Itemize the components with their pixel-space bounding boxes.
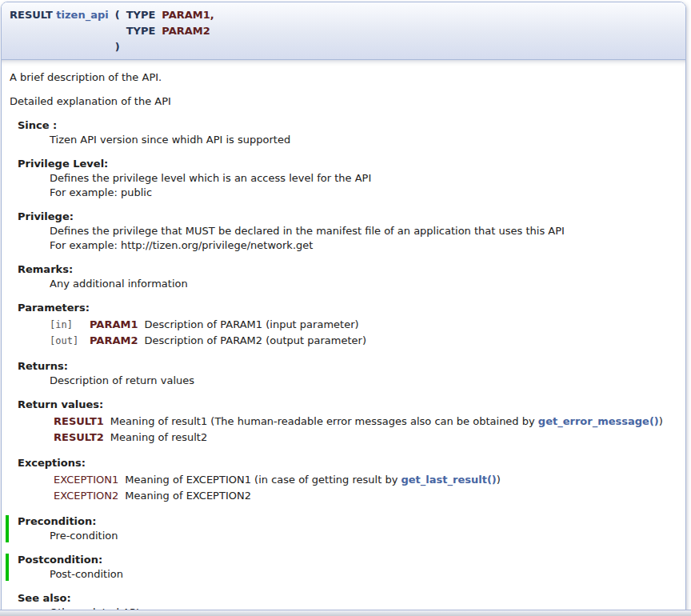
return-value-row: RESULT1 Meaning of result1 (The human-re… [54, 414, 669, 430]
section-privilege-line-2: For example: http://tizen.org/privilege/… [50, 239, 684, 252]
param-description: Description of PARAM1 (input parameter) [144, 317, 373, 333]
signature-table: RESULT tizen_api ( TYPE PARAM1, TYPE PAR… [6, 7, 218, 55]
param-name: PARAM2 [90, 333, 144, 349]
parameter-row: [in] PARAM1 Description of PARAM1 (input… [50, 317, 373, 333]
exception-name: EXCEPTION1 [54, 472, 125, 488]
parameters-table: [in] PARAM1 Description of PARAM1 (input… [50, 317, 373, 349]
return-value-name: RESULT1 [54, 414, 110, 430]
section-privilege-line-1: Defines the privilege that MUST be decla… [50, 225, 684, 238]
param-2-name: PARAM2 [158, 23, 217, 39]
section-postcondition-text: Post-condition [50, 568, 684, 581]
function-name-link[interactable]: tizen_api [56, 9, 108, 21]
exception-row: EXCEPTION1 Meaning of EXCEPTION1 (in cas… [54, 472, 507, 488]
signature-row-2: TYPE PARAM2 [6, 23, 218, 39]
param-direction: [out] [50, 333, 90, 349]
section-return-values: Return values: RESULT1 Meaning of result… [10, 398, 684, 446]
page-footer-bar [0, 610, 691, 616]
param-2-type: TYPE [123, 23, 159, 39]
section-privilege-level-title: Privilege Level: [18, 158, 684, 170]
return-value-description: Meaning of result2 [110, 430, 669, 446]
exception-name: EXCEPTION2 [54, 488, 125, 504]
exception-description: Meaning of EXCEPTION1 (in case of gettin… [125, 472, 507, 488]
section-parameters: Parameters: [in] PARAM1 Description of P… [10, 302, 684, 349]
section-returns: Returns: Description of return values [10, 360, 684, 387]
section-remarks-text: Any additional information [50, 278, 684, 290]
section-precondition: Precondition: Pre-condition [6, 515, 684, 542]
section-return-values-title: Return values: [18, 398, 684, 411]
return-type: RESULT [10, 9, 53, 21]
section-privilege-title: Privilege: [18, 210, 684, 223]
param-direction: [in] [50, 317, 90, 333]
return-value-name: RESULT2 [54, 430, 110, 446]
section-since-text: Tizen API version since whidh API is sup… [50, 134, 684, 146]
section-see-also-title: See also: [18, 592, 684, 605]
section-returns-title: Returns: [18, 360, 684, 373]
signature-row-3: ) [6, 39, 218, 55]
param-description: Description of PARAM2 (output parameter) [144, 333, 373, 349]
section-exceptions-title: Exceptions: [18, 457, 684, 470]
return-value-row: RESULT2 Meaning of result2 [54, 430, 669, 446]
function-documentation-body: A brief description of the API. Detailed… [2, 60, 685, 616]
get-last-result-link[interactable]: get_last_result() [401, 474, 496, 486]
param-1-type: TYPE [123, 7, 159, 23]
param-1-name: PARAM1, [158, 7, 217, 23]
section-since-title: Since : [18, 119, 684, 132]
signature-row-1: RESULT tizen_api ( TYPE PARAM1, [6, 7, 218, 23]
section-privilege-level-line-1: Defines the privilege level which is an … [50, 172, 684, 185]
section-postcondition-title: Postcondition: [18, 554, 684, 566]
section-privilege-level: Privilege Level: Defines the privilege l… [10, 158, 684, 199]
section-precondition-text: Pre-condition [50, 530, 684, 542]
function-signature-header: RESULT tizen_api ( TYPE PARAM1, TYPE PAR… [2, 2, 685, 60]
parameter-row: [out] PARAM2 Description of PARAM2 (outp… [50, 333, 373, 349]
open-paren: ( [112, 7, 123, 23]
exceptions-table: EXCEPTION1 Meaning of EXCEPTION1 (in cas… [54, 472, 507, 504]
detailed-description: Detailed explanation of the API [10, 95, 684, 108]
section-returns-text: Description of return values [50, 374, 684, 387]
section-since: Since : Tizen API version since whidh AP… [10, 119, 684, 146]
return-value-description: Meaning of result1 (The human-readable e… [110, 414, 669, 430]
section-privilege-level-line-2: For example: public [50, 186, 684, 199]
get-error-message-link[interactable]: get_error_message() [538, 415, 659, 427]
return-values-table: RESULT1 Meaning of result1 (The human-re… [54, 414, 669, 446]
section-exceptions: Exceptions: EXCEPTION1 Meaning of EXCEPT… [10, 457, 684, 504]
section-postcondition: Postcondition: Post-condition [6, 554, 684, 581]
section-parameters-title: Parameters: [18, 302, 684, 314]
signature-memname: RESULT tizen_api [6, 7, 112, 23]
brief-description: A brief description of the API. [10, 71, 684, 84]
exception-row: EXCEPTION2 Meaning of EXCEPTION2 [54, 488, 507, 504]
section-remarks: Remarks: Any additional information [10, 263, 684, 290]
exception-description: Meaning of EXCEPTION2 [125, 488, 507, 504]
section-precondition-title: Precondition: [18, 515, 684, 528]
param-name: PARAM1 [90, 317, 144, 333]
section-privilege: Privilege: Defines the privilege that MU… [10, 210, 684, 252]
api-doc-box: RESULT tizen_api ( TYPE PARAM1, TYPE PAR… [1, 2, 686, 616]
section-remarks-title: Remarks: [18, 263, 684, 276]
close-paren: ) [112, 39, 123, 55]
